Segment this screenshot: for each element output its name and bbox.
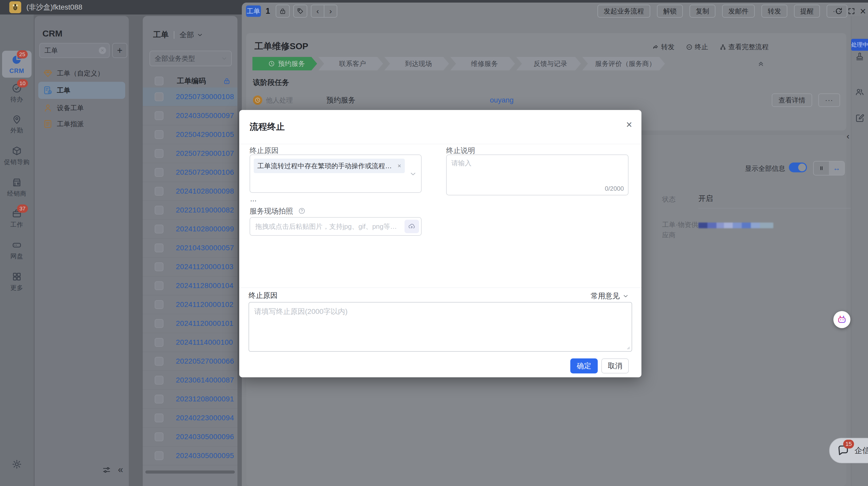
photo-upload-dropzone[interactable]: 拖拽或点击后粘贴图片，支持jpg、gif、png等格式… <box>250 217 422 236</box>
qixin-chat-button[interactable]: 15 企信 <box>829 438 868 463</box>
reason-overflow-indicator: ... <box>250 194 256 203</box>
remove-tag-icon[interactable]: × <box>398 162 401 170</box>
upload-icon[interactable] <box>404 220 419 233</box>
chevron-down-icon <box>409 170 417 178</box>
help-icon[interactable] <box>298 207 306 215</box>
cancel-button[interactable]: 取消 <box>601 358 629 373</box>
close-icon[interactable]: × <box>626 119 632 130</box>
unread-badge: 15 <box>843 440 854 449</box>
assistant-robot-button[interactable] <box>833 311 850 328</box>
dialog-title: 流程终止 <box>250 121 285 133</box>
terminate-flow-dialog: 流程终止 × 终止原因 工单流转过程中存在繁琐的手动操作或流程设计… × ...… <box>239 110 642 377</box>
reason-multiselect[interactable]: 工单流转过程中存在繁琐的手动操作或流程设计… × <box>250 154 422 193</box>
photo-label: 服务现场拍照 <box>250 206 306 216</box>
terminate-note-textarea[interactable]: 请输入 0/2000 <box>446 154 628 195</box>
chevron-down-icon <box>622 293 629 299</box>
note-label: 终止说明 <box>446 146 475 155</box>
confirm-button[interactable]: 确定 <box>570 358 598 373</box>
reason-text-label: 终止原因 <box>249 291 278 300</box>
reason-select-label: 终止原因 <box>250 146 279 155</box>
chat-bubble-icon: 15 <box>836 444 850 457</box>
reason-textarea[interactable]: 请填写终止原因(2000字以内) <box>249 302 632 352</box>
preset-opinions-dropdown[interactable]: 常用意见 <box>591 291 629 301</box>
selected-reason-tag: 工单流转过程中存在繁琐的手动操作或流程设计… × <box>254 159 405 173</box>
resize-handle[interactable] <box>626 345 630 350</box>
char-counter: 0/2000 <box>605 185 624 192</box>
